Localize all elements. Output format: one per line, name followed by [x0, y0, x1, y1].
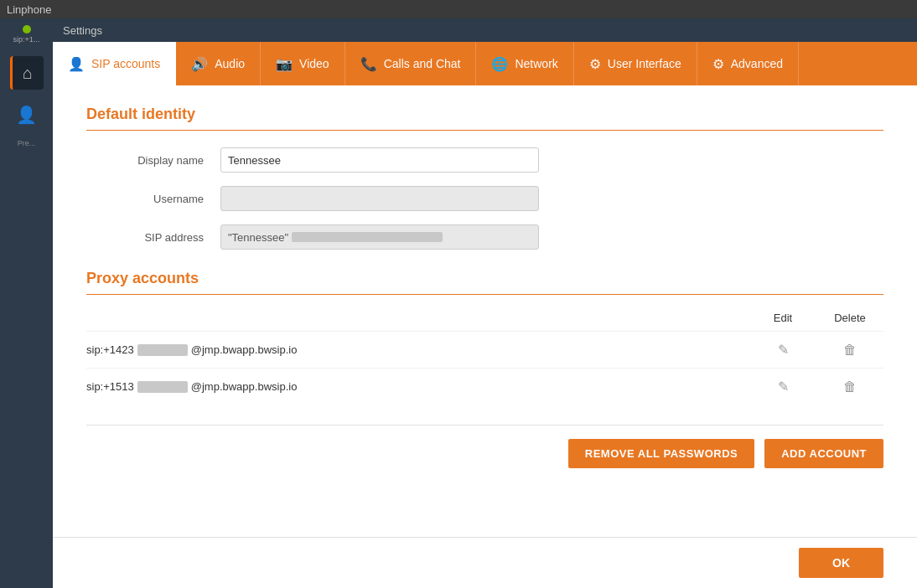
proxy-col-delete-header: Delete [816, 312, 883, 324]
video-tab-icon: 📷 [276, 56, 293, 72]
trash-icon-2: 🗑 [843, 379, 857, 394]
tab-advanced[interactable]: ⚙ Advanced [697, 42, 799, 85]
tab-network[interactable]: 🌐 Network [476, 42, 573, 85]
proxy-actions: REMOVE ALL PASSWORDS ADD ACCOUNT [86, 425, 883, 468]
tab-calls-chat[interactable]: 📞 Calls and Chat [345, 42, 477, 85]
display-name-row: Display name [86, 147, 883, 173]
proxy-table-header: Edit Delete [86, 312, 883, 331]
username-label: Username [86, 193, 204, 205]
table-row: sip:+1423 @jmp.bwapp.bwsip.io ✎ 🗑 [86, 331, 883, 368]
proxy-accounts-title: Proxy accounts [86, 270, 883, 287]
proxy-sip-prefix-2: sip:+1513 [86, 380, 134, 393]
tab-sip-accounts[interactable]: 👤 SIP accounts [53, 42, 176, 85]
title-bar: Linphone [0, 0, 917, 18]
tab-calls-label: Calls and Chat [384, 57, 461, 70]
proxy-edit-button-1[interactable]: ✎ [749, 342, 816, 358]
settings-window: Settings 👤 SIP accounts 🔊 Audio 📷 Video … [53, 18, 917, 588]
sidebar-presence: Pre... [18, 139, 36, 147]
remove-all-passwords-button[interactable]: REMOVE ALL PASSWORDS [568, 439, 754, 468]
tab-network-label: Network [515, 57, 557, 70]
ui-tab-icon: ⚙ [589, 56, 601, 72]
sip-address-redacted [292, 232, 443, 242]
sidebar-sip-label: sip:+1... [13, 35, 40, 44]
advanced-tab-icon: ⚙ [712, 56, 724, 72]
proxy-redacted-1 [137, 344, 188, 356]
edit-icon-2: ✎ [778, 379, 789, 394]
sip-address-label: SIP address [86, 231, 204, 244]
network-tab-icon: 🌐 [491, 56, 508, 72]
tab-bar: 👤 SIP accounts 🔊 Audio 📷 Video 📞 Calls a… [53, 42, 917, 85]
sidebar-item-home[interactable]: ⌂ [10, 56, 44, 90]
settings-content: Default identity Display name Username S… [53, 85, 917, 537]
tab-audio-label: Audio [215, 57, 245, 70]
table-row: sip:+1513 @jmp.bwapp.bwsip.io ✎ 🗑 [86, 368, 883, 405]
edit-icon-1: ✎ [778, 343, 789, 357]
ok-button[interactable]: OK [799, 548, 883, 578]
proxy-sip-prefix-1: sip:+1423 [86, 343, 134, 356]
sip-address-display: "Tennessee" [220, 224, 539, 250]
display-name-label: Display name [86, 154, 204, 167]
home-icon: ⌂ [23, 64, 33, 83]
username-input[interactable] [220, 186, 539, 211]
tab-user-interface[interactable]: ⚙ User Interface [574, 42, 697, 85]
tab-audio[interactable]: 🔊 Audio [176, 42, 261, 85]
sidebar: sip:+1... ⌂ 👤 Pre... [0, 18, 53, 588]
tab-video-label: Video [299, 57, 329, 70]
proxy-delete-button-1[interactable]: 🗑 [816, 343, 883, 358]
proxy-delete-button-2[interactable]: 🗑 [816, 379, 883, 395]
sip-address-prefix: "Tennessee" [228, 231, 288, 244]
add-account-button[interactable]: ADD ACCOUNT [764, 439, 883, 468]
sip-address-row: SIP address "Tennessee" [86, 224, 883, 250]
tab-ui-label: User Interface [608, 57, 681, 70]
proxy-redacted-2 [137, 381, 188, 393]
tab-advanced-label: Advanced [731, 57, 783, 70]
sidebar-item-contacts[interactable]: 👤 [10, 98, 44, 132]
proxy-sip-suffix-1: @jmp.bwapp.bwsip.io [191, 343, 298, 356]
footer-actions: OK [53, 537, 917, 588]
tab-sip-label: SIP accounts [91, 57, 160, 70]
settings-titlebar: Settings [53, 18, 917, 42]
settings-title: Settings [63, 24, 102, 37]
sip-tab-icon: 👤 [68, 56, 85, 72]
display-name-input[interactable] [220, 147, 539, 173]
status-dot [23, 25, 31, 34]
audio-tab-icon: 🔊 [191, 56, 208, 72]
default-identity-title: Default identity [86, 106, 883, 123]
proxy-account-name-1: sip:+1423 @jmp.bwapp.bwsip.io [86, 343, 749, 356]
tab-video[interactable]: 📷 Video [261, 42, 345, 85]
default-identity-divider [86, 130, 883, 131]
user-icon: 👤 [16, 105, 37, 125]
calls-tab-icon: 📞 [360, 56, 377, 72]
trash-icon-1: 🗑 [843, 343, 857, 357]
proxy-sip-suffix-2: @jmp.bwapp.bwsip.io [191, 380, 298, 393]
app-title: Linphone [7, 3, 52, 16]
proxy-accounts-divider [86, 294, 883, 295]
proxy-accounts-section: Proxy accounts Edit Delete sip:+1423 @jm… [86, 270, 883, 468]
proxy-col-edit-header: Edit [749, 312, 816, 324]
proxy-edit-button-2[interactable]: ✎ [749, 379, 816, 395]
username-row: Username [86, 186, 883, 211]
sidebar-account: sip:+1... [13, 25, 40, 44]
proxy-table: Edit Delete sip:+1423 @jmp.bwapp.bwsip.i… [86, 312, 883, 405]
proxy-account-name-2: sip:+1513 @jmp.bwapp.bwsip.io [86, 380, 749, 393]
